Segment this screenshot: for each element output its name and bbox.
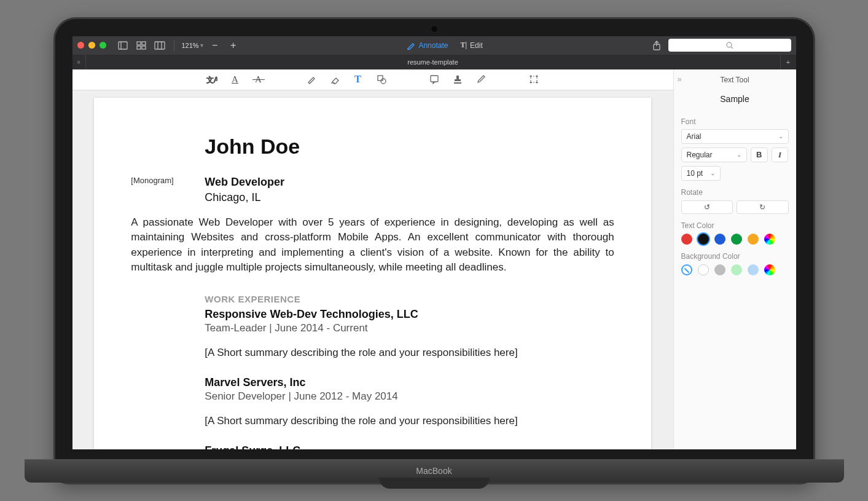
zoom-control[interactable]: 121% ▾ — [182, 42, 203, 49]
pencil-icon — [407, 41, 415, 50]
color-swatch[interactable] — [748, 234, 759, 245]
job-entry: Marvel Servers, IncSenior Developer | Ju… — [205, 376, 614, 427]
thumbnails-icon[interactable] — [135, 39, 148, 52]
svg-rect-3 — [142, 42, 146, 45]
search-icon — [726, 42, 733, 49]
color-swatch[interactable] — [681, 234, 692, 245]
color-swatch[interactable] — [764, 234, 775, 245]
italic-button[interactable]: I — [772, 148, 789, 162]
document-page: John Doe [Monogram] Web Developer Chicag… — [94, 98, 651, 449]
svg-point-10 — [727, 42, 732, 47]
color-swatch[interactable] — [714, 264, 725, 275]
weight-value: Regular — [687, 151, 713, 159]
monogram-placeholder: [Monogram] — [131, 176, 205, 185]
text-cursor-icon: T| — [460, 41, 467, 50]
svg-line-11 — [731, 47, 733, 49]
underline-icon[interactable]: A — [229, 73, 241, 85]
text-color-swatches — [681, 234, 789, 245]
zoom-in-button[interactable]: + — [227, 39, 240, 52]
selection-handles-icon[interactable] — [528, 73, 540, 85]
rotate-label: Rotate — [681, 188, 789, 197]
font-value: Arial — [687, 132, 702, 141]
eyedropper-icon[interactable] — [475, 73, 487, 85]
chevron-down-icon: ▾ — [200, 42, 203, 49]
edit-label: Edit — [470, 41, 483, 50]
eraser-icon[interactable] — [329, 73, 341, 85]
job-summary: [A Short summary describing the role and… — [205, 347, 614, 359]
svg-rect-14 — [378, 76, 383, 81]
minimize-window-button[interactable] — [88, 42, 95, 49]
job-entry: Responsive Web-Dev Technologies, LLCTeam… — [205, 308, 614, 359]
sidebar-title: Text Tool — [681, 76, 789, 84]
color-swatch[interactable] — [748, 264, 759, 275]
color-swatch[interactable] — [681, 264, 692, 275]
size-select[interactable]: 10 pt ⌄ — [681, 166, 721, 181]
tab-title[interactable]: resume-template — [86, 55, 780, 69]
job-company: Responsive Web-Dev Technologies, LLC — [205, 308, 614, 321]
tab-add-button[interactable]: + — [780, 55, 796, 69]
work-experience-header: WORK EXPERIENCE — [205, 294, 614, 304]
svg-rect-22 — [531, 76, 537, 82]
resume-role: Web Developer — [205, 176, 284, 189]
camera-dot — [431, 25, 438, 33]
rotate-ccw-button[interactable]: ↺ — [681, 200, 733, 214]
svg-rect-4 — [137, 46, 141, 49]
inspector-sidebar: » Text Tool Sample Font Arial ⌄ Regular … — [673, 69, 796, 449]
bg-color-label: Background Color — [681, 252, 789, 261]
sample-text: Sample — [681, 94, 789, 104]
window-controls — [77, 42, 106, 49]
tab-bar: × resume-template + — [72, 55, 796, 69]
color-swatch[interactable] — [731, 234, 742, 245]
zoom-value: 121% — [182, 42, 199, 49]
font-select[interactable]: Arial ⌄ — [681, 129, 789, 144]
edit-mode-button[interactable]: T| Edit — [456, 39, 486, 51]
svg-text:文A: 文A — [206, 76, 217, 84]
job-entry: Frugal Surge, LLC — [205, 444, 614, 449]
close-window-button[interactable] — [77, 42, 84, 49]
note-icon[interactable] — [428, 73, 440, 85]
share-icon[interactable] — [650, 39, 663, 52]
job-company: Frugal Surge, LLC — [205, 444, 614, 449]
size-value: 10 pt — [687, 169, 703, 178]
job-title: Team-Leader | June 2014 - Current — [205, 322, 614, 334]
job-title: Senior Developer | June 2012 - May 2014 — [205, 390, 614, 403]
color-swatch[interactable] — [714, 234, 725, 245]
bold-button[interactable]: B — [751, 148, 768, 162]
annotate-mode-button[interactable]: Annotate — [403, 40, 452, 51]
main-area: 文A A A T John Doe — [72, 69, 796, 449]
svg-rect-5 — [142, 46, 146, 49]
stamp-icon[interactable] — [452, 73, 464, 85]
main-toolbar: 121% ▾ − + Annotate T| Edit — [72, 36, 796, 55]
text-style-icon[interactable]: 文A — [206, 73, 218, 85]
job-company: Marvel Servers, Inc — [205, 376, 614, 389]
annotate-label: Annotate — [418, 41, 448, 50]
svg-point-15 — [381, 79, 386, 84]
tab-close-button[interactable]: × — [72, 55, 86, 69]
resume-location: Chicago, IL — [205, 191, 284, 204]
resume-summary: A passionate Web Developer with over 5 y… — [131, 215, 614, 276]
search-field[interactable] — [668, 39, 791, 52]
zoom-out-button[interactable]: − — [208, 39, 222, 52]
color-swatch[interactable] — [698, 264, 709, 275]
layout-icon[interactable] — [153, 39, 166, 52]
svg-rect-16 — [431, 76, 438, 82]
rotate-cw-button[interactable]: ↻ — [737, 200, 789, 214]
document-canvas[interactable]: John Doe [Monogram] Web Developer Chicag… — [72, 90, 673, 449]
sidebar-toggle-icon[interactable] — [116, 39, 130, 52]
weight-select[interactable]: Regular ⌄ — [681, 148, 747, 162]
strike-icon[interactable]: A — [252, 73, 265, 85]
laptop-base: MacBook — [25, 459, 844, 483]
brand-label: MacBook — [416, 466, 452, 476]
trackpad-notch — [379, 478, 490, 489]
svg-rect-17 — [454, 82, 461, 84]
color-swatch[interactable] — [731, 264, 742, 275]
text-tool-icon[interactable]: T — [352, 73, 364, 85]
color-swatch[interactable] — [764, 264, 775, 275]
bg-color-swatches — [681, 264, 789, 275]
pencil-tool-icon[interactable] — [305, 73, 318, 85]
shape-tool-icon[interactable] — [375, 73, 388, 85]
color-swatch[interactable] — [698, 234, 709, 245]
laptop-frame: 121% ▾ − + Annotate T| Edit × — [53, 17, 815, 484]
maximize-window-button[interactable] — [100, 42, 106, 49]
collapse-sidebar-icon[interactable]: » — [678, 74, 682, 84]
